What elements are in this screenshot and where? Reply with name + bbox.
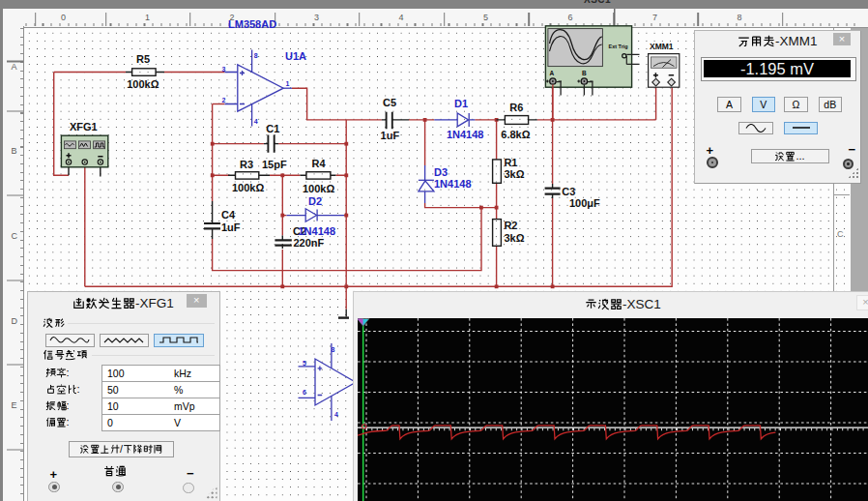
svg-text:2: 2 [222,97,226,103]
svg-text:100kΩ: 100kΩ [303,183,334,194]
svg-text:C4: C4 [221,209,236,221]
svg-text:5: 5 [303,360,306,367]
svg-text:C1: C1 [266,123,279,134]
svg-text:1N4148: 1N4148 [299,225,336,237]
svg-text:R4: R4 [312,158,327,169]
svg-text:D3: D3 [434,166,448,178]
svg-text:D2: D2 [308,195,322,207]
svg-text:LM358AD: LM358AD [228,18,276,30]
svg-text:15pF: 15pF [262,159,287,170]
svg-text:C3: C3 [562,186,575,197]
svg-text:R2: R2 [504,220,517,231]
svg-text:D1: D1 [454,98,468,109]
svg-text:1uF: 1uF [381,130,400,141]
svg-text:3: 3 [222,66,226,73]
svg-text:8: 8 [254,52,258,59]
svg-text:1N4148: 1N4148 [447,129,484,140]
svg-text:100μF: 100μF [569,197,600,209]
svg-text:100kΩ: 100kΩ [232,182,264,193]
svg-text:XMM1: XMM1 [650,42,674,51]
svg-text:A: A [550,70,555,76]
svg-text:R6: R6 [509,102,523,113]
svg-text:Ext Trig: Ext Trig [609,44,628,49]
svg-text:R5: R5 [136,53,150,65]
svg-text:4: 4 [254,118,258,125]
svg-text:1N4148: 1N4148 [434,178,472,190]
svg-text:3kΩ: 3kΩ [504,232,524,244]
svg-text:3kΩ: 3kΩ [504,168,524,180]
svg-text:100kΩ: 100kΩ [127,78,159,90]
svg-text:6: 6 [303,389,306,396]
svg-text:XFG1: XFG1 [70,121,98,133]
svg-text:U1A: U1A [285,50,306,62]
svg-text:R3: R3 [240,159,253,170]
svg-text:1: 1 [286,80,290,87]
svg-text:8: 8 [332,346,335,353]
svg-text:4: 4 [334,411,338,418]
svg-text:6.8kΩ: 6.8kΩ [501,129,530,140]
svg-text:R1: R1 [504,157,517,168]
svg-text:C5: C5 [383,97,396,108]
svg-text:B: B [582,70,587,76]
svg-text:220nF: 220nF [294,237,325,249]
svg-text:1uF: 1uF [221,221,241,233]
